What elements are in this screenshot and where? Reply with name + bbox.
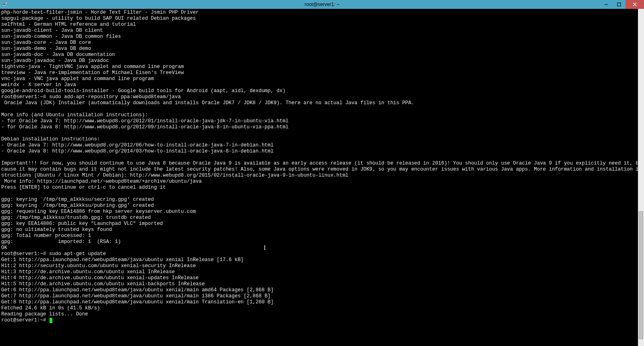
terminal-line: - for Oracle Java 8: http://www.webupd8.… — [1, 124, 643, 130]
terminal-line: vnc-java - VNC java applet and command l… — [1, 76, 643, 82]
terminal-line: Hit:5 http://de.archive.ubuntu.com/ubunt… — [1, 281, 643, 287]
terminal-line: gpg: /tmp/tmp_a1kkksu/trustdb.gpg: trust… — [1, 215, 643, 221]
terminal-line: Get:1 http://ppa.launchpad.net/webupd8te… — [1, 257, 643, 263]
terminal-line: root@server1:~# sudo apt-get update — [1, 251, 643, 257]
terminal-line: Fetched 24.6 kB in 0s (41.5 kB/s) — [1, 305, 643, 311]
terminal-line: Oracle Java (JDK) Installer (automatical… — [1, 100, 643, 106]
terminal-line — [1, 154, 643, 161]
terminal-line: selfhtml - German HTML reference and tut… — [1, 22, 643, 28]
terminal-line: treeview - Java re-implementation of Mic… — [1, 70, 643, 76]
terminal-line: Debian installation instructions: — [1, 136, 643, 142]
terminal-line — [1, 106, 643, 112]
terminal-line: sun-javadb-common - Java DB common files — [1, 34, 643, 40]
terminal-line: Hit:4 http://de.archive.ubuntu.com/ubunt… — [1, 275, 643, 281]
terminal-line: php-horde-text-filter-jsmin - Horde Text… — [1, 10, 643, 16]
terminal-line: Reading package lists... Done — [1, 311, 643, 317]
maximize-button[interactable] — [613, 0, 625, 9]
terminal-line: gpg: Total number processed: 1 — [1, 233, 643, 239]
terminal-line: gpg: keyring `/tmp/tmp_a1kkksu/pubring.g… — [1, 203, 643, 209]
minimize-button[interactable] — [600, 0, 613, 9]
terminal-line: Get:8 http://ppa.launchpad.net/webupd8te… — [1, 299, 643, 305]
terminal-line: Get:6 http://ppa.launchpad.net/webupd8te… — [1, 287, 643, 293]
terminal-line: root@server1:~# sudo add-apt-repository … — [1, 94, 643, 100]
window-title: root@server1: ~ — [0, 2, 644, 7]
terminal-line: sun-javadb-client - Java DB client — [1, 28, 643, 34]
svg-rect-1 — [3, 3, 6, 5]
terminal-line: OK — [1, 245, 643, 251]
terminal-line: gpg: key EEA14886: public key "Launchpad… — [1, 221, 643, 227]
window-controls — [600, 0, 644, 9]
terminal-line: google-android-build-tools-installer - G… — [1, 88, 643, 94]
terminal-line: Press [ENTER] to continue or ctrl-c to c… — [1, 185, 643, 191]
terminal-line: More info: https://launchpad.net/~webupd… — [1, 179, 643, 185]
terminal-line: gpg: imported: 1 (RSA: 1) — [1, 239, 643, 245]
terminal-line: - for Oracle Java 7: http://www.webupd8.… — [1, 118, 643, 124]
terminal-output[interactable]: php-horde-text-filter-jsmin - Horde Text… — [0, 9, 644, 346]
terminal-line — [1, 191, 643, 197]
terminal-line — [1, 130, 643, 136]
terminal-line: - Oracle Java 7: http://www.webupd8.org/… — [1, 142, 643, 148]
putty-icon — [2, 1, 8, 8]
terminal-line: gpg: no ultimately trusted keys found — [1, 227, 643, 233]
terminal-prompt[interactable]: root@server1:~# — [1, 317, 643, 323]
terminal-cursor — [50, 318, 52, 323]
svg-rect-5 — [617, 3, 621, 6]
terminal-line: Get:7 http://ppa.launchpad.net/webupd8te… — [1, 293, 643, 299]
terminal-line: Important!!! For now, you should continu… — [1, 161, 643, 179]
terminal-line: Hit:3 http://de.archive.ubuntu.com/ubunt… — [1, 269, 643, 275]
text-cursor-icon: I — [264, 244, 266, 251]
terminal-line: gpg: requesting key EEA14886 from hkp se… — [1, 209, 643, 215]
close-button[interactable] — [625, 0, 644, 9]
terminal-line: sun-javadb-doc - Java DB documentation — [1, 52, 643, 58]
terminal-line: sun-javadb-demo - Java DB demo — [1, 46, 643, 52]
terminal-line: sun-javadb-javadoc - Java DB javadoc — [1, 58, 643, 64]
scrollbar-thumb[interactable] — [639, 211, 643, 339]
terminal-line: sapgui-package - utility to build SAP GU… — [1, 16, 643, 22]
terminal-line: - Oracle Java 8: http://www.webupd8.org/… — [1, 148, 643, 154]
terminal-line: More info (and Ubuntu installation instr… — [1, 112, 643, 118]
terminal-line: gpg: keyring `/tmp/tmp_a1kkksu/secring.g… — [1, 197, 643, 203]
terminal-line: tightvnc-java - TightVNC java applet and… — [1, 64, 643, 70]
terminal-line: weirdx - X server in Java — [1, 82, 643, 88]
terminal-line: sun-javadb-core - Java DB core — [1, 40, 643, 46]
vertical-scrollbar[interactable] — [638, 9, 644, 346]
window-titlebar: root@server1: ~ — [0, 0, 644, 9]
terminal-line: Hit:2 http://security.ubuntu.com/ubuntu … — [1, 263, 643, 269]
